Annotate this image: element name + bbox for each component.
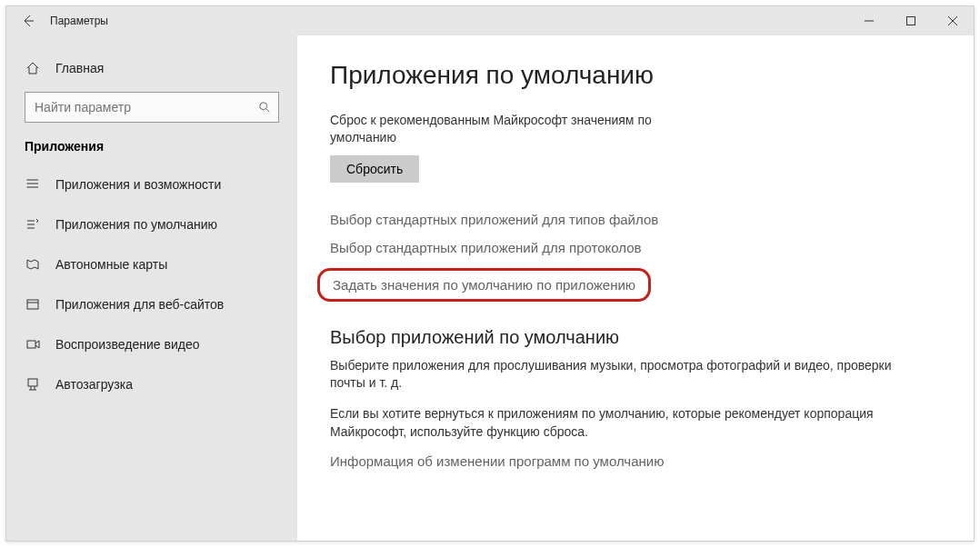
search-box[interactable]	[25, 92, 279, 123]
sidebar-item-apps-features[interactable]: Приложения и возможности	[6, 164, 297, 204]
maximize-button[interactable]	[890, 6, 932, 35]
svg-rect-20	[27, 341, 35, 348]
link-change-defaults-info[interactable]: Информация об изменении программ по умол…	[330, 453, 664, 469]
svg-rect-21	[28, 379, 37, 386]
sidebar: Главная Приложения Приложения и возможно…	[6, 35, 297, 541]
reset-button[interactable]: Сбросить	[330, 155, 419, 183]
svg-line-6	[266, 109, 270, 113]
content-area: Приложения по умолчанию Сброс к рекоменд…	[297, 35, 974, 541]
link-file-types[interactable]: Выбор стандартных приложений для типов ф…	[330, 212, 658, 227]
svg-line-16	[36, 219, 38, 221]
arrow-left-icon	[21, 14, 35, 28]
startup-icon	[25, 376, 41, 393]
sidebar-item-label: Автономные карты	[55, 257, 167, 272]
maximize-icon	[906, 16, 915, 25]
close-button[interactable]	[932, 6, 974, 35]
video-icon	[25, 336, 41, 353]
window-title: Параметры	[50, 15, 108, 27]
section-paragraph-1: Выберите приложения для прослушивания му…	[330, 357, 894, 393]
link-list: Выбор стандартных приложений для типов ф…	[330, 212, 937, 302]
svg-point-12	[27, 187, 28, 188]
window-body: Главная Приложения Приложения и возможно…	[6, 35, 974, 541]
svg-point-11	[27, 184, 28, 184]
svg-point-5	[260, 103, 267, 110]
sidebar-item-offline-maps[interactable]: Автономные карты	[6, 244, 297, 284]
minimize-icon	[865, 16, 874, 25]
close-icon	[948, 16, 957, 25]
sidebar-item-home[interactable]: Главная	[6, 50, 297, 86]
search-input[interactable]	[33, 99, 258, 115]
search-container	[25, 92, 279, 123]
sidebar-item-default-apps[interactable]: Приложения по умолчанию	[6, 204, 297, 244]
sidebar-item-startup[interactable]: Автозагрузка	[6, 364, 297, 404]
home-icon	[25, 60, 41, 76]
sidebar-section-label: Приложения	[6, 135, 297, 164]
sidebar-home-label: Главная	[55, 61, 104, 75]
sidebar-item-label: Воспроизведение видео	[55, 337, 199, 352]
sidebar-item-label: Автозагрузка	[55, 377, 133, 392]
page-title: Приложения по умолчанию	[330, 61, 937, 90]
sidebar-item-website-apps[interactable]: Приложения для веб-сайтов	[6, 284, 297, 324]
sidebar-item-label: Приложения и возможности	[55, 177, 221, 192]
svg-line-17	[36, 221, 38, 223]
titlebar: Параметры	[6, 6, 974, 35]
svg-point-10	[27, 180, 28, 181]
sidebar-item-label: Приложения по умолчанию	[55, 217, 217, 232]
link-protocols[interactable]: Выбор стандартных приложений для протоко…	[330, 240, 642, 255]
back-button[interactable]	[6, 14, 50, 28]
svg-rect-18	[27, 300, 38, 309]
section-subhead: Выбор приложений по умолчанию	[330, 327, 937, 348]
section-paragraph-2: Если вы хотите вернуться к приложениям п…	[330, 405, 894, 441]
search-icon	[258, 101, 271, 114]
map-icon	[25, 256, 41, 273]
window-controls	[848, 6, 974, 35]
list-icon	[25, 176, 41, 193]
website-icon	[25, 296, 41, 313]
sidebar-item-label: Приложения для веб-сайтов	[55, 297, 224, 312]
sidebar-item-video-playback[interactable]: Воспроизведение видео	[6, 324, 297, 364]
default-apps-icon	[25, 216, 41, 233]
reset-description: Сброс к рекомендованным Майкрософт значе…	[330, 112, 712, 146]
minimize-button[interactable]	[848, 6, 890, 35]
link-set-by-app[interactable]: Задать значения по умолчанию по приложен…	[317, 268, 651, 302]
svg-rect-2	[907, 17, 915, 25]
settings-window: Параметры Главная	[5, 5, 975, 542]
